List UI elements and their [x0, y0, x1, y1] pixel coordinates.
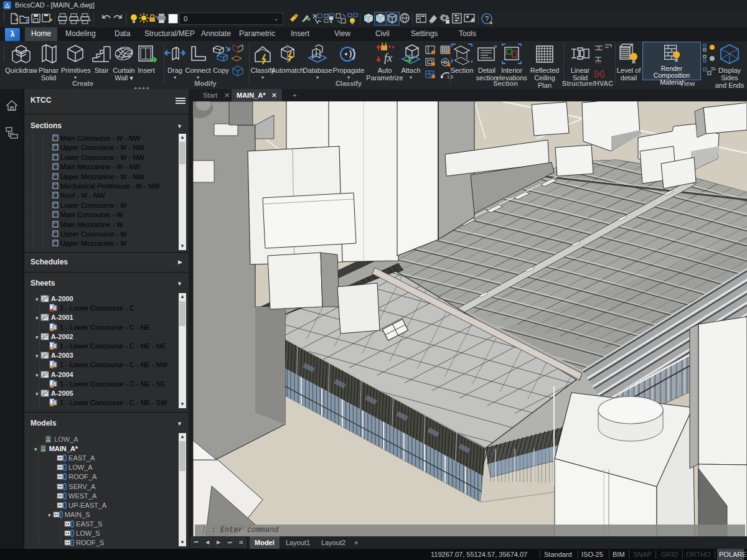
- svg-text:?: ?: [485, 15, 489, 22]
- svg-text:fx: fx: [384, 52, 392, 64]
